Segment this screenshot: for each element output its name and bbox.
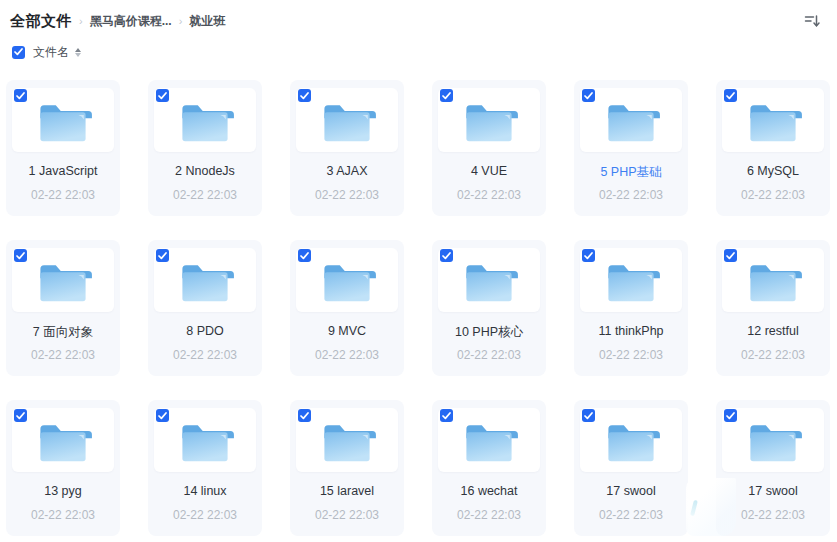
file-name[interactable]: 11 thinkPhp xyxy=(576,324,686,338)
folder-card[interactable]: 2 NnodeJs 02-22 22:03 xyxy=(148,80,262,216)
folder-card[interactable]: 17 swool 02-22 22:03 xyxy=(574,400,688,536)
folder-icon xyxy=(602,257,660,304)
item-checkbox[interactable] xyxy=(298,89,311,102)
folder-card[interactable]: 5 PHP基础 02-22 22:03 xyxy=(574,80,688,216)
item-checkbox[interactable] xyxy=(298,409,311,422)
list-header-row: 文件名 xyxy=(12,44,81,60)
folder-icon xyxy=(176,257,234,304)
check-icon xyxy=(442,92,451,100)
file-name[interactable]: 13 pyg xyxy=(8,484,118,498)
item-checkbox[interactable] xyxy=(582,249,595,262)
file-name[interactable]: 3 AJAX xyxy=(292,164,402,178)
file-name[interactable]: 6 MySQL xyxy=(718,164,828,178)
file-name[interactable]: 17 swool xyxy=(718,484,828,498)
breadcrumb-course-folder[interactable]: 黑马高价课程... xyxy=(90,13,172,30)
file-name[interactable]: 8 PDO xyxy=(150,324,260,338)
folder-icon xyxy=(318,257,376,304)
file-date: 02-22 22:03 xyxy=(716,508,830,522)
file-grid: 1 JavaScript 02-22 22:03 2 NnodeJs 02-22… xyxy=(6,80,830,536)
item-checkbox[interactable] xyxy=(14,89,27,102)
folder-card[interactable]: 9 MVC 02-22 22:03 xyxy=(290,240,404,376)
folder-card[interactable]: 11 thinkPhp 02-22 22:03 xyxy=(574,240,688,376)
item-checkbox[interactable] xyxy=(440,409,453,422)
file-name[interactable]: 5 PHP基础 xyxy=(576,164,686,181)
folder-card[interactable]: 8 PDO 02-22 22:03 xyxy=(148,240,262,376)
folder-icon xyxy=(744,417,802,464)
page-title: 全部文件 xyxy=(10,12,72,31)
file-date: 02-22 22:03 xyxy=(290,188,404,202)
folder-card[interactable]: 13 pyg 02-22 22:03 xyxy=(6,400,120,536)
file-date: 02-22 22:03 xyxy=(6,348,120,362)
breadcrumb-separator-icon: › xyxy=(79,16,83,27)
item-checkbox[interactable] xyxy=(724,249,737,262)
file-date: 02-22 22:03 xyxy=(148,348,262,362)
check-icon xyxy=(14,48,23,56)
folder-card[interactable]: 15 laravel 02-22 22:03 xyxy=(290,400,404,536)
folder-card[interactable]: 3 AJAX 02-22 22:03 xyxy=(290,80,404,216)
folder-card[interactable]: 12 restful 02-22 22:03 xyxy=(716,240,830,376)
sort-by-filename-toggle[interactable]: 文件名 xyxy=(33,44,69,61)
file-date: 02-22 22:03 xyxy=(432,508,546,522)
item-checkbox[interactable] xyxy=(724,409,737,422)
item-checkbox[interactable] xyxy=(156,89,169,102)
folder-card[interactable]: 1 JavaScript 02-22 22:03 xyxy=(6,80,120,216)
check-icon xyxy=(300,252,309,260)
file-name[interactable]: 16 wechat xyxy=(434,484,544,498)
file-name[interactable]: 4 VUE xyxy=(434,164,544,178)
folder-icon xyxy=(318,97,376,144)
file-date: 02-22 22:03 xyxy=(716,188,830,202)
file-date: 02-22 22:03 xyxy=(148,188,262,202)
folder-thumbnail xyxy=(580,408,682,472)
check-icon xyxy=(158,252,167,260)
folder-thumbnail xyxy=(580,88,682,152)
folder-thumbnail xyxy=(438,408,540,472)
folder-card[interactable]: 6 MySQL 02-22 22:03 xyxy=(716,80,830,216)
file-date: 02-22 22:03 xyxy=(574,188,688,202)
file-name[interactable]: 1 JavaScript xyxy=(8,164,118,178)
file-name[interactable]: 15 laravel xyxy=(292,484,402,498)
folder-thumbnail xyxy=(154,88,256,152)
folder-card[interactable]: 4 VUE 02-22 22:03 xyxy=(432,80,546,216)
item-checkbox[interactable] xyxy=(440,249,453,262)
item-checkbox[interactable] xyxy=(582,89,595,102)
breadcrumb-current-folder[interactable]: 就业班 xyxy=(189,13,225,30)
sort-caret-updown-icon[interactable] xyxy=(75,48,81,57)
folder-card[interactable]: 16 wechat 02-22 22:03 xyxy=(432,400,546,536)
folder-thumbnail xyxy=(296,248,398,312)
sort-order-button[interactable] xyxy=(801,10,823,32)
folder-card[interactable]: 7 面向对象 02-22 22:03 xyxy=(6,240,120,376)
folder-thumbnail xyxy=(296,88,398,152)
folder-thumbnail xyxy=(154,248,256,312)
file-date: 02-22 22:03 xyxy=(148,508,262,522)
folder-thumbnail xyxy=(154,408,256,472)
item-checkbox[interactable] xyxy=(14,249,27,262)
item-checkbox[interactable] xyxy=(14,409,27,422)
file-name[interactable]: 17 swool xyxy=(576,484,686,498)
file-name[interactable]: 9 MVC xyxy=(292,324,402,338)
file-name[interactable]: 12 restful xyxy=(718,324,828,338)
item-checkbox[interactable] xyxy=(440,89,453,102)
select-all-checkbox[interactable] xyxy=(12,46,25,59)
item-checkbox[interactable] xyxy=(582,409,595,422)
folder-card[interactable]: 17 swool 02-22 22:03 xyxy=(716,400,830,536)
folder-icon xyxy=(460,417,518,464)
item-checkbox[interactable] xyxy=(156,409,169,422)
folder-thumbnail xyxy=(438,88,540,152)
item-checkbox[interactable] xyxy=(298,249,311,262)
file-date: 02-22 22:03 xyxy=(574,348,688,362)
item-checkbox[interactable] xyxy=(724,89,737,102)
file-name[interactable]: 2 NnodeJs xyxy=(150,164,260,178)
folder-icon xyxy=(460,257,518,304)
file-name[interactable]: 14 linux xyxy=(150,484,260,498)
check-icon xyxy=(158,412,167,420)
item-checkbox[interactable] xyxy=(156,249,169,262)
check-icon xyxy=(442,412,451,420)
folder-card[interactable]: 14 linux 02-22 22:03 xyxy=(148,400,262,536)
file-name[interactable]: 7 面向对象 xyxy=(8,324,118,341)
file-date: 02-22 22:03 xyxy=(6,188,120,202)
file-name[interactable]: 10 PHP核心 xyxy=(434,324,544,341)
check-icon xyxy=(16,252,25,260)
file-date: 02-22 22:03 xyxy=(290,348,404,362)
folder-icon xyxy=(176,97,234,144)
folder-card[interactable]: 10 PHP核心 02-22 22:03 xyxy=(432,240,546,376)
